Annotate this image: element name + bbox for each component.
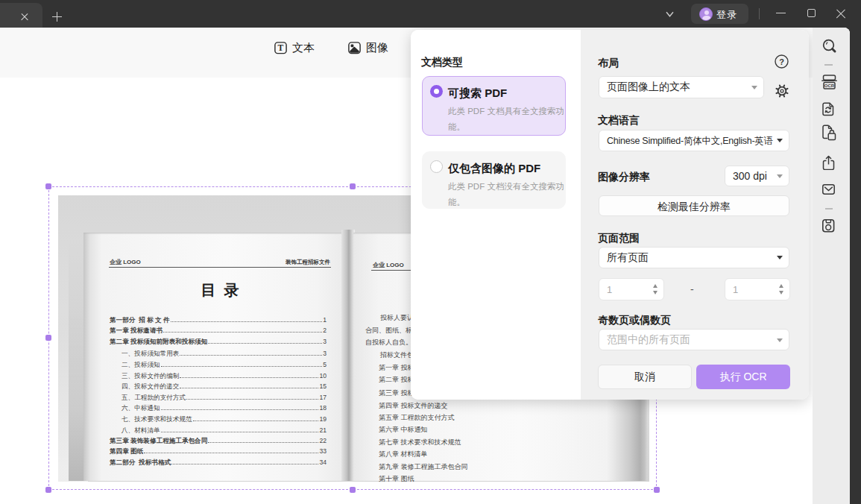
svg-text:?: ? <box>779 57 784 66</box>
svg-text:OCR: OCR <box>824 84 835 88</box>
